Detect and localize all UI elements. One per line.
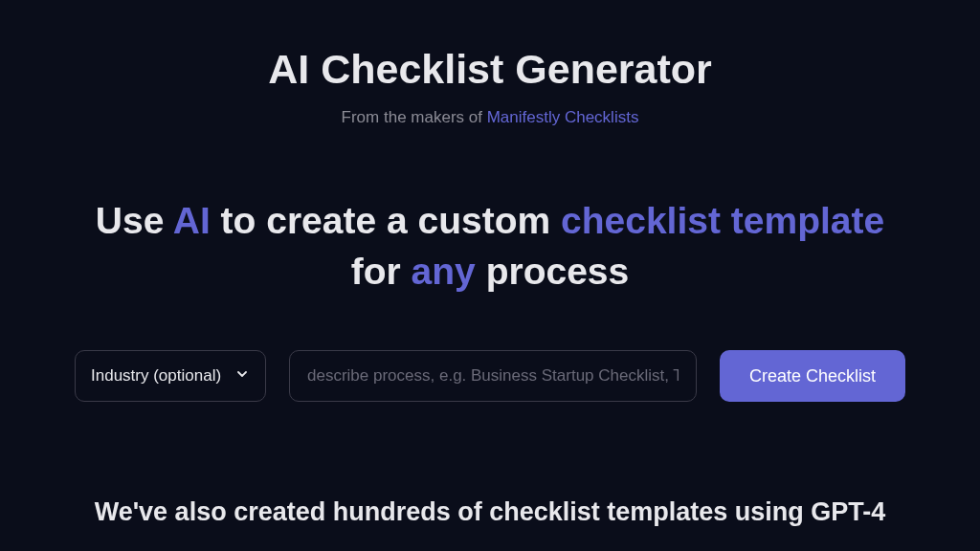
headline-part2: to create a custom — [211, 200, 561, 241]
headline-accent3: any — [412, 251, 476, 292]
headline: Use AI to create a custom checklist temp… — [69, 196, 911, 297]
process-input[interactable] — [289, 350, 697, 402]
subtitle-prefix: From the makers of — [342, 108, 487, 126]
headline-part4: process — [476, 251, 629, 292]
create-checklist-button[interactable]: Create Checklist — [720, 350, 905, 402]
industry-select[interactable]: Industry (optional) — [75, 350, 266, 402]
footer-heading: We've also created hundreds of checklist… — [95, 497, 886, 527]
manifestly-link[interactable]: Manifestly Checklists — [487, 108, 639, 126]
subtitle: From the makers of Manifestly Checklists — [342, 108, 639, 127]
generator-form: Industry (optional) Create Checklist — [75, 350, 905, 402]
page-title: AI Checklist Generator — [268, 46, 712, 93]
headline-part1: Use — [96, 200, 173, 241]
headline-accent2: checklist template — [561, 200, 884, 241]
headline-part3: for — [351, 251, 412, 292]
industry-select-label: Industry (optional) — [91, 366, 227, 386]
chevron-down-icon — [234, 366, 250, 386]
headline-accent1: AI — [173, 200, 211, 241]
